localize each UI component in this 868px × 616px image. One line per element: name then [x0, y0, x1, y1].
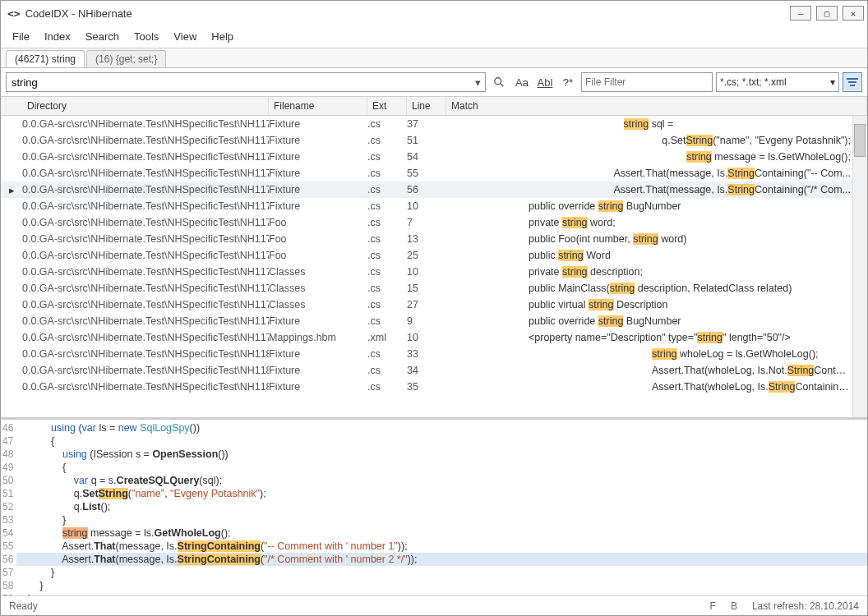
table-row[interactable]: 0.0.GA-src\src\NHibernate.Test\NHSpecifi… [1, 116, 867, 132]
cell-ext: .cs [367, 381, 407, 393]
col-line[interactable]: Line [407, 97, 446, 115]
app-icon: <> [7, 7, 21, 20]
cell-match: public virtual string Description [446, 299, 851, 310]
table-row[interactable]: 0.0.GA-src\src\NHibernate.Test\NHSpecifi… [1, 379, 867, 395]
cell-filename: Fixture [269, 315, 367, 327]
search-box[interactable]: ▾ [6, 72, 486, 92]
cell-match: Assert.That(message, Is.StringContaining… [446, 184, 851, 195]
cell-filename: Classes [269, 299, 367, 310]
cell-ext: .cs [367, 151, 407, 163]
table-row[interactable]: 0.0.GA-src\src\NHibernate.Test\NHSpecifi… [1, 280, 867, 297]
tab-bar: (46271) string(16) {get; set;} [1, 48, 867, 68]
code-gutter: 464748495051525354555657585960 [1, 420, 16, 595]
table-row[interactable]: 0.0.GA-src\src\NHibernate.Test\NHSpecifi… [1, 231, 867, 247]
cell-filename: Foo [269, 233, 367, 245]
cell-ext: .cs [367, 168, 407, 179]
cell-ext: .cs [367, 250, 407, 261]
results-rows[interactable]: 0.0.GA-src\src\NHibernate.Test\NHSpecifi… [1, 116, 867, 417]
table-row[interactable]: 0.0.GA-src\src\NHibernate.Test\NHSpecifi… [1, 362, 867, 379]
cell-directory: 0.0.GA-src\src\NHibernate.Test\NHSpecifi… [22, 365, 269, 376]
cell-match: <property name="Description" type="strin… [446, 332, 851, 343]
cell-filename: Classes [269, 283, 367, 294]
cell-filename: Fixture [269, 184, 367, 195]
whole-word-icon[interactable]: Abl [535, 72, 555, 92]
status-refresh: Last refresh: 28.10.2014 [752, 600, 859, 612]
menu-file[interactable]: File [6, 29, 36, 44]
cell-ext: .cs [367, 266, 407, 278]
cell-line: 37 [407, 118, 446, 130]
maximize-button[interactable]: ▢ [816, 6, 838, 21]
title-bar: <> CodeIDX - NHibernate — ▢ ✕ [1, 1, 867, 25]
cell-ext: .cs [367, 200, 407, 212]
tab[interactable]: (16) {get; set;} [86, 50, 166, 67]
cell-filename: Mappings.hbm [269, 332, 367, 343]
table-row[interactable]: ▸0.0.GA-src\src\NHibernate.Test\NHSpecif… [1, 182, 867, 198]
window-title: CodeIDX - NHibernate [25, 7, 132, 20]
cell-match: string sql = [446, 118, 851, 130]
table-row[interactable]: 0.0.GA-src\src\NHibernate.Test\NHSpecifi… [1, 264, 867, 280]
cell-match: public string Word [446, 250, 851, 261]
cell-line: 54 [407, 151, 446, 163]
cell-directory: 0.0.GA-src\src\NHibernate.Test\NHSpecifi… [22, 348, 269, 360]
cell-match: private string word; [446, 217, 851, 228]
filter-toggle-button[interactable] [843, 72, 862, 92]
cell-filename: Fixture [269, 135, 367, 146]
status-flag-f: F [710, 600, 716, 612]
cell-ext: .cs [367, 299, 407, 310]
cell-ext: .xml [367, 332, 407, 343]
close-button[interactable]: ✕ [843, 6, 864, 21]
table-row[interactable]: 0.0.GA-src\src\NHibernate.Test\NHSpecifi… [1, 214, 867, 231]
menu-tools[interactable]: Tools [127, 29, 165, 44]
col-directory[interactable]: Directory [22, 97, 269, 115]
results-grid: Directory Filename Ext Line Match 0.0.GA… [1, 97, 867, 419]
cell-line: 56 [407, 184, 446, 195]
file-types-select[interactable]: *.cs; *.txt; *.xml ▾ [716, 72, 839, 92]
cell-match: Assert.That(wholeLog, Is.Not.StringConta… [446, 365, 851, 376]
col-match[interactable]: Match [446, 97, 867, 115]
cell-directory: 0.0.GA-src\src\NHibernate.Test\NHSpecifi… [22, 151, 269, 163]
search-icon[interactable] [489, 72, 509, 92]
cell-ext: .cs [367, 118, 407, 130]
cell-line: 10 [407, 266, 446, 278]
cell-line: 10 [407, 332, 446, 343]
cell-directory: 0.0.GA-src\src\NHibernate.Test\NHSpecifi… [22, 168, 269, 179]
menu-view[interactable]: View [167, 29, 203, 44]
cell-filename: Classes [269, 266, 367, 278]
cell-match: public override string BugNumber [446, 200, 851, 212]
tab[interactable]: (46271) string [6, 50, 85, 67]
cell-line: 33 [407, 348, 446, 360]
cell-ext: .cs [367, 365, 407, 376]
cell-directory: 0.0.GA-src\src\NHibernate.Test\NHSpecifi… [22, 233, 269, 245]
file-filter-input[interactable] [581, 72, 713, 92]
cell-line: 55 [407, 168, 446, 179]
table-row[interactable]: 0.0.GA-src\src\NHibernate.Test\NHSpecifi… [1, 346, 867, 362]
table-row[interactable]: 0.0.GA-src\src\NHibernate.Test\NHSpecifi… [1, 329, 867, 346]
table-row[interactable]: 0.0.GA-src\src\NHibernate.Test\NHSpecifi… [1, 297, 867, 313]
code-body[interactable]: using (var ls = new SqlLogSpy()) { using… [16, 420, 867, 595]
scrollbar[interactable] [852, 116, 867, 417]
cell-match: private string description; [446, 266, 851, 278]
cell-filename: Fixture [269, 118, 367, 130]
match-case-icon[interactable]: Aa [512, 72, 532, 92]
col-filename[interactable]: Filename [269, 97, 367, 115]
regex-icon[interactable]: ?* [558, 72, 578, 92]
scrollbar-thumb[interactable] [854, 124, 866, 157]
cell-filename: Fixture [269, 168, 367, 179]
table-row[interactable]: 0.0.GA-src\src\NHibernate.Test\NHSpecifi… [1, 132, 867, 149]
minimize-button[interactable]: — [790, 6, 811, 21]
search-toolbar: ▾ Aa Abl ?* *.cs; *.txt; *.xml ▾ [1, 68, 867, 97]
svg-point-0 [495, 78, 501, 85]
search-input[interactable] [7, 76, 470, 89]
cell-match: Assert.That(wholeLog, Is.StringContainin… [446, 381, 851, 393]
table-row[interactable]: 0.0.GA-src\src\NHibernate.Test\NHSpecifi… [1, 247, 867, 264]
table-row[interactable]: 0.0.GA-src\src\NHibernate.Test\NHSpecifi… [1, 149, 867, 165]
menu-search[interactable]: Search [79, 29, 126, 44]
menu-help[interactable]: Help [205, 29, 240, 44]
menu-index[interactable]: Index [38, 29, 77, 44]
table-row[interactable]: 0.0.GA-src\src\NHibernate.Test\NHSpecifi… [1, 313, 867, 329]
table-row[interactable]: 0.0.GA-src\src\NHibernate.Test\NHSpecifi… [1, 198, 867, 214]
table-row[interactable]: 0.0.GA-src\src\NHibernate.Test\NHSpecifi… [1, 165, 867, 182]
cell-line: 35 [407, 381, 446, 393]
search-dropdown-icon[interactable]: ▾ [470, 76, 485, 89]
col-ext[interactable]: Ext [367, 97, 407, 115]
